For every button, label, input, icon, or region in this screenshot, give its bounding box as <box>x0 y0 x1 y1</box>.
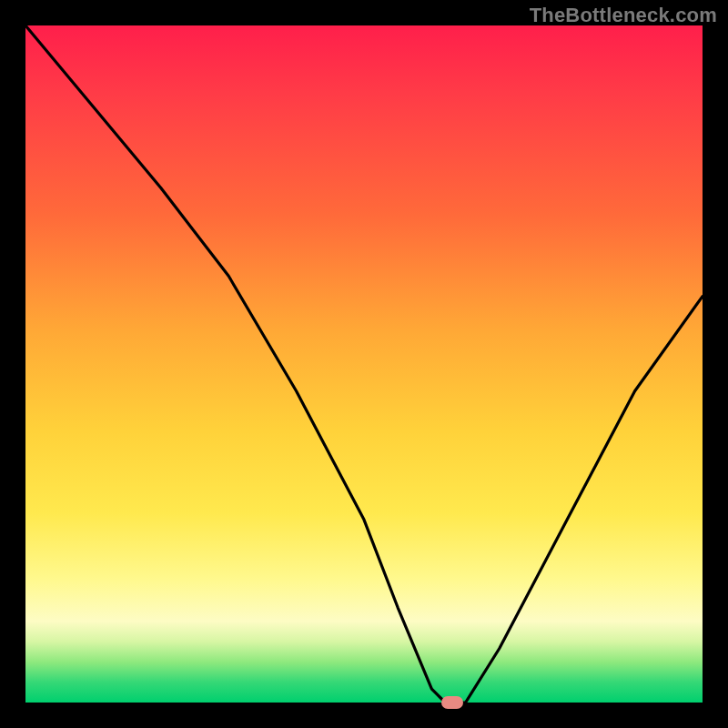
chart-frame: TheBottleneck.com <box>0 0 728 728</box>
plot-area <box>25 25 703 703</box>
optimal-marker <box>441 696 463 709</box>
curve-svg <box>25 25 703 703</box>
watermark-text: TheBottleneck.com <box>530 4 717 27</box>
bottleneck-curve-path <box>25 25 703 703</box>
